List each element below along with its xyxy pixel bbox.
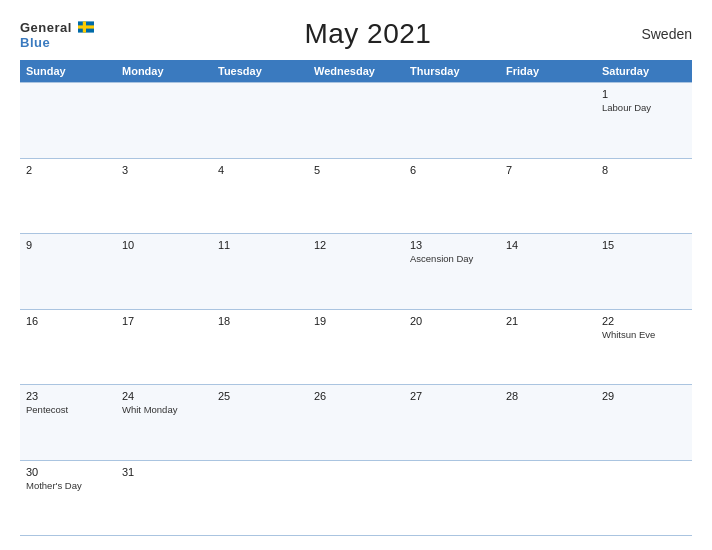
table-row bbox=[500, 460, 596, 536]
calendar-header-row: Sunday Monday Tuesday Wednesday Thursday… bbox=[20, 60, 692, 83]
header: General Blue May 2021 Sweden bbox=[20, 18, 692, 50]
table-row: 23Pentecost bbox=[20, 385, 116, 461]
day-number: 6 bbox=[410, 164, 494, 176]
col-monday: Monday bbox=[116, 60, 212, 83]
day-number: 2 bbox=[26, 164, 110, 176]
calendar-table: Sunday Monday Tuesday Wednesday Thursday… bbox=[20, 60, 692, 536]
calendar-page: General Blue May 2021 Sweden Sunday Mond… bbox=[0, 0, 712, 550]
table-row: 9 bbox=[20, 234, 116, 310]
day-number: 1 bbox=[602, 88, 686, 100]
table-row: 30Mother's Day bbox=[20, 460, 116, 536]
col-thursday: Thursday bbox=[404, 60, 500, 83]
table-row: 18 bbox=[212, 309, 308, 385]
country-label: Sweden bbox=[641, 26, 692, 42]
day-number: 25 bbox=[218, 390, 302, 402]
col-wednesday: Wednesday bbox=[308, 60, 404, 83]
day-number: 15 bbox=[602, 239, 686, 251]
table-row bbox=[116, 83, 212, 159]
logo: General Blue bbox=[20, 18, 94, 50]
holiday-name: Whit Monday bbox=[122, 404, 206, 416]
day-number: 12 bbox=[314, 239, 398, 251]
table-row bbox=[596, 460, 692, 536]
table-row bbox=[308, 460, 404, 536]
day-number: 18 bbox=[218, 315, 302, 327]
holiday-name: Pentecost bbox=[26, 404, 110, 416]
svg-rect-2 bbox=[83, 21, 86, 32]
day-number: 4 bbox=[218, 164, 302, 176]
day-number: 8 bbox=[602, 164, 686, 176]
table-row: 24Whit Monday bbox=[116, 385, 212, 461]
day-number: 22 bbox=[602, 315, 686, 327]
table-row: 31 bbox=[116, 460, 212, 536]
holiday-name: Labour Day bbox=[602, 102, 686, 114]
col-sunday: Sunday bbox=[20, 60, 116, 83]
col-friday: Friday bbox=[500, 60, 596, 83]
table-row: 4 bbox=[212, 158, 308, 234]
holiday-name: Ascension Day bbox=[410, 253, 494, 265]
holiday-name: Mother's Day bbox=[26, 480, 110, 492]
day-number: 20 bbox=[410, 315, 494, 327]
table-row: 2 bbox=[20, 158, 116, 234]
table-row: 21 bbox=[500, 309, 596, 385]
col-tuesday: Tuesday bbox=[212, 60, 308, 83]
table-row bbox=[212, 83, 308, 159]
day-number: 17 bbox=[122, 315, 206, 327]
table-row: 29 bbox=[596, 385, 692, 461]
day-number: 7 bbox=[506, 164, 590, 176]
table-row: 19 bbox=[308, 309, 404, 385]
table-row: 5 bbox=[308, 158, 404, 234]
day-number: 30 bbox=[26, 466, 110, 478]
day-number: 28 bbox=[506, 390, 590, 402]
table-row: 26 bbox=[308, 385, 404, 461]
day-number: 14 bbox=[506, 239, 590, 251]
calendar-week-row: 23Pentecost24Whit Monday2526272829 bbox=[20, 385, 692, 461]
table-row: 6 bbox=[404, 158, 500, 234]
day-number: 21 bbox=[506, 315, 590, 327]
table-row bbox=[308, 83, 404, 159]
day-number: 31 bbox=[122, 466, 206, 478]
table-row: 3 bbox=[116, 158, 212, 234]
table-row bbox=[500, 83, 596, 159]
holiday-name: Whitsun Eve bbox=[602, 329, 686, 341]
table-row: 27 bbox=[404, 385, 500, 461]
calendar-week-row: 1Labour Day bbox=[20, 83, 692, 159]
table-row: 25 bbox=[212, 385, 308, 461]
table-row: 15 bbox=[596, 234, 692, 310]
calendar-body: 1Labour Day2345678910111213Ascension Day… bbox=[20, 83, 692, 536]
table-row: 17 bbox=[116, 309, 212, 385]
table-row: 8 bbox=[596, 158, 692, 234]
day-number: 3 bbox=[122, 164, 206, 176]
table-row: 14 bbox=[500, 234, 596, 310]
table-row: 13Ascension Day bbox=[404, 234, 500, 310]
calendar-week-row: 2345678 bbox=[20, 158, 692, 234]
calendar-week-row: 910111213Ascension Day1415 bbox=[20, 234, 692, 310]
calendar-week-row: 30Mother's Day31 bbox=[20, 460, 692, 536]
logo-general: General bbox=[20, 20, 72, 35]
day-number: 29 bbox=[602, 390, 686, 402]
day-number: 26 bbox=[314, 390, 398, 402]
day-number: 27 bbox=[410, 390, 494, 402]
day-number: 9 bbox=[26, 239, 110, 251]
table-row: 16 bbox=[20, 309, 116, 385]
table-row bbox=[404, 83, 500, 159]
col-saturday: Saturday bbox=[596, 60, 692, 83]
logo-text: General bbox=[20, 18, 94, 36]
day-number: 16 bbox=[26, 315, 110, 327]
day-number: 11 bbox=[218, 239, 302, 251]
table-row bbox=[212, 460, 308, 536]
table-row: 28 bbox=[500, 385, 596, 461]
table-row: 11 bbox=[212, 234, 308, 310]
calendar-title: May 2021 bbox=[304, 18, 431, 50]
day-number: 10 bbox=[122, 239, 206, 251]
day-number: 23 bbox=[26, 390, 110, 402]
day-number: 24 bbox=[122, 390, 206, 402]
table-row: 12 bbox=[308, 234, 404, 310]
day-number: 5 bbox=[314, 164, 398, 176]
table-row: 22Whitsun Eve bbox=[596, 309, 692, 385]
table-row: 20 bbox=[404, 309, 500, 385]
table-row bbox=[20, 83, 116, 159]
logo-blue: Blue bbox=[20, 36, 94, 50]
day-number: 13 bbox=[410, 239, 494, 251]
table-row bbox=[404, 460, 500, 536]
day-number: 19 bbox=[314, 315, 398, 327]
